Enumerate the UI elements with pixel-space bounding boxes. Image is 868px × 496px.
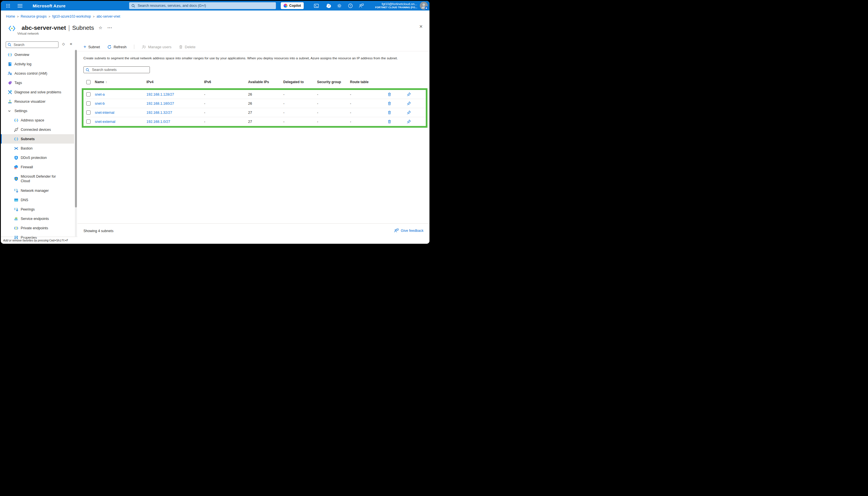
row-checkbox[interactable] — [86, 120, 91, 124]
row-checkbox[interactable] — [86, 101, 91, 106]
sidebar-item-address-space[interactable]: Address space — [1, 115, 74, 125]
subnet-name-link[interactable]: snet-external — [95, 120, 146, 124]
sidebar-item-access-control[interactable]: Access control (IAM) — [1, 69, 74, 78]
diagnose-tools-icon — [7, 90, 12, 94]
sidebar-group-settings[interactable]: Settings — [1, 106, 74, 115]
sidebar-item-resource-visualizer[interactable]: Resource visualizer — [1, 97, 74, 106]
search-icon — [131, 4, 135, 7]
service-endpoints-icon — [14, 217, 18, 221]
hamburger-icon — [18, 4, 22, 7]
subnet-name-link[interactable]: snet-b — [95, 102, 146, 106]
sidebar-item-subnets[interactable]: Subnets — [1, 134, 74, 143]
settings-button[interactable] — [335, 1, 343, 11]
give-feedback-link[interactable]: Give feedback — [394, 229, 423, 233]
sidebar-item-firewall[interactable]: Firewall — [1, 162, 74, 172]
add-subnet-button[interactable]: + Subnet — [83, 45, 100, 49]
sidebar-scrollbar-thumb[interactable] — [75, 50, 77, 207]
subnet-filter-box[interactable] — [83, 66, 150, 73]
breadcrumb-home[interactable]: Home — [6, 14, 15, 18]
sidebar-item-activity-log[interactable]: Activity log — [1, 59, 74, 69]
pin-icon[interactable] — [407, 101, 411, 106]
refresh-button[interactable]: Refresh — [107, 45, 127, 49]
subnet-ipv4-link[interactable]: 192.168.1.160/27 — [146, 102, 204, 106]
subnet-filter-input[interactable] — [91, 67, 148, 72]
sidebar-item-peerings[interactable]: Peerings — [1, 205, 74, 214]
delete-subnet-icon[interactable] — [387, 110, 391, 115]
sidebar-item-network-manager[interactable]: Network manager — [1, 186, 74, 195]
subnet-name-link[interactable]: snet-internal — [95, 111, 146, 115]
column-header-available-ips[interactable]: Available IPs — [248, 80, 283, 84]
select-all-checkbox[interactable] — [86, 80, 91, 84]
close-blade-button[interactable]: × — [419, 24, 423, 29]
delete-subnet-icon[interactable] — [387, 101, 391, 106]
table-row[interactable]: snet-external 192.168.1.0/27 - 27 - - - — [83, 117, 426, 126]
sidebar-item-diagnose[interactable]: Diagnose and solve problems — [1, 88, 74, 97]
global-search-input[interactable] — [137, 3, 274, 8]
sidebar-search-input[interactable] — [13, 43, 57, 47]
hamburger-menu-button[interactable] — [16, 1, 24, 11]
column-header-delegated-to[interactable]: Delegated to — [283, 80, 317, 84]
sidebar-scrollbar[interactable] — [75, 49, 77, 237]
breadcrumb-vnet[interactable]: abc-server-vnet — [96, 14, 120, 18]
notifications-button[interactable]: 7 — [324, 1, 332, 11]
subnet-ipv4-link[interactable]: 192.168.1.0/27 — [146, 120, 204, 124]
copilot-button[interactable]: Copilot — [281, 2, 304, 9]
app-launcher-button[interactable] — [4, 1, 12, 11]
global-search-box[interactable] — [129, 2, 276, 9]
column-header-ipv6[interactable]: IPv6 — [204, 80, 248, 84]
delete-subnet-icon[interactable] — [387, 92, 391, 96]
sidebar-item-tags[interactable]: Tags — [1, 78, 74, 88]
pin-icon[interactable] — [407, 110, 411, 115]
pane-toggle-icon[interactable]: ◇ — [62, 42, 65, 46]
cell-ipv6: - — [204, 102, 248, 106]
connected-devices-icon — [14, 127, 18, 132]
account-menu[interactable]: fgt10@fortinetcloud.on... FORTINET CLOUD… — [375, 1, 417, 11]
cloud-shell-button[interactable] — [312, 1, 321, 11]
sidebar-item-bastion[interactable]: Bastion — [1, 143, 74, 153]
more-options-icon[interactable]: ··· — [108, 26, 112, 30]
avatar[interactable] — [420, 2, 428, 10]
column-header-ipv4[interactable]: IPv4 — [146, 80, 204, 84]
sidebar-item-private-endpoints[interactable]: Private endpoints — [1, 223, 74, 233]
column-header-route-table[interactable]: Route table — [350, 80, 384, 84]
pin-icon[interactable] — [407, 92, 411, 96]
pin-icon[interactable] — [407, 120, 411, 124]
brand-title[interactable]: Microsoft Azure — [33, 1, 65, 11]
table-row[interactable]: snet-b 192.168.1.160/27 - 26 - - - — [83, 99, 426, 108]
collapse-sidebar-icon[interactable]: « — [70, 41, 72, 46]
table-row[interactable]: snet-a 192.168.1.128/27 - 26 - - - — [83, 90, 426, 99]
tags-icon — [7, 81, 12, 85]
search-icon — [7, 43, 11, 47]
delete-button[interactable]: Delete — [179, 45, 196, 49]
breadcrumb-resource-group[interactable]: fgt10-azure102-workshop — [52, 14, 91, 18]
manage-users-button[interactable]: Manage users — [142, 45, 171, 49]
subnet-ipv4-link[interactable]: 192.168.1.32/27 — [146, 111, 204, 115]
sidebar-search-box[interactable] — [6, 42, 59, 48]
chevron-down-icon — [7, 109, 11, 113]
subnet-ipv4-link[interactable]: 192.168.1.128/27 — [146, 93, 204, 96]
favorite-star-icon[interactable]: ☆ — [98, 25, 102, 30]
bastion-icon — [14, 146, 18, 151]
cell-ipv6: - — [204, 111, 248, 115]
screenshot-frame: Microsoft Azure Copilot 7 ? fg — [0, 0, 434, 248]
sidebar-item-overview[interactable]: Overview — [1, 50, 74, 59]
subnet-name-link[interactable]: snet-a — [95, 93, 146, 96]
sidebar-item-defender[interactable]: Microsoft Defender for Cloud — [1, 172, 74, 186]
feedback-icon — [359, 3, 364, 8]
feedback-button[interactable] — [357, 1, 366, 11]
row-checkbox[interactable] — [86, 110, 91, 115]
sidebar-item-service-endpoints[interactable]: Service endpoints — [1, 214, 74, 223]
command-bar: + Subnet Refresh Manage users Delete — [83, 43, 203, 51]
sidebar-item-ddos-protection[interactable]: DDoS protection — [1, 153, 74, 162]
help-button[interactable]: ? — [346, 1, 355, 11]
cell-ipv6: - — [204, 120, 248, 124]
sidebar-item-dns[interactable]: www DNS — [1, 195, 74, 205]
column-header-name[interactable]: Name↑ — [95, 80, 146, 84]
sidebar-item-connected-devices[interactable]: Connected devices — [1, 125, 74, 134]
account-email: fgt10@fortinetcloud.on... — [382, 2, 417, 6]
table-row[interactable]: snet-internal 192.168.1.32/27 - 27 - - - — [83, 108, 426, 117]
row-checkbox[interactable] — [86, 92, 91, 96]
breadcrumb-resource-groups[interactable]: Resource groups — [21, 14, 47, 18]
column-header-security-group[interactable]: Security group — [317, 80, 350, 84]
delete-subnet-icon[interactable] — [387, 120, 391, 124]
